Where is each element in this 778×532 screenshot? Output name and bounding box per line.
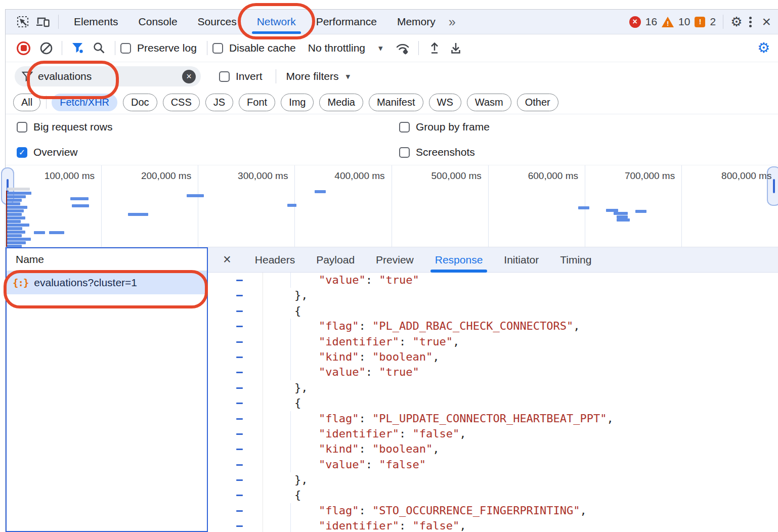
inspect-element-icon[interactable] xyxy=(13,12,33,32)
options-row-1: Big request rows Group by frame xyxy=(6,114,778,140)
screenshots-checkbox[interactable] xyxy=(399,147,410,158)
response-code-line: { xyxy=(208,487,778,503)
response-code-line: }, xyxy=(208,380,778,395)
more-filters-dropdown-arrow-icon[interactable]: ▾ xyxy=(345,71,350,82)
response-code-line: }, xyxy=(208,288,778,303)
overview-request-bar xyxy=(7,238,31,241)
filter-chip-fetch-xhr[interactable]: Fetch/XHR xyxy=(52,94,117,111)
screenshots-label: Screenshots xyxy=(416,146,475,158)
response-body-view[interactable]: "value": "true"},{"flag": "PL_ADD_RBAC_C… xyxy=(208,273,778,532)
network-conditions-icon[interactable] xyxy=(392,37,413,59)
tab-network[interactable]: Network xyxy=(247,10,306,34)
search-icon[interactable] xyxy=(89,37,110,59)
throttling-select[interactable]: No throttling xyxy=(308,42,365,54)
response-code-line: { xyxy=(208,395,778,411)
more-filters-button[interactable]: More filters xyxy=(286,70,339,82)
overview-gridline xyxy=(488,165,489,247)
overview-request-bar xyxy=(635,210,646,213)
clear-filter-icon[interactable]: × xyxy=(182,70,196,83)
invert-checkbox[interactable] xyxy=(219,71,230,82)
line-gutter-dash xyxy=(236,280,243,281)
filter-chip-wasm[interactable]: Wasm xyxy=(467,94,511,111)
indent-guide xyxy=(290,518,291,532)
code-text: "flag": "PL_ADD_RBAC_CHECK_CONNECTORS", xyxy=(319,319,580,334)
tab-console[interactable]: Console xyxy=(128,10,188,34)
filter-chip-font[interactable]: Font xyxy=(239,94,275,111)
filter-chip-media[interactable]: Media xyxy=(319,94,363,111)
overview-gridline xyxy=(681,165,682,247)
options-row-2: ✓ Overview Screenshots xyxy=(6,140,778,165)
overview-tick-label: 200,000 ms xyxy=(141,170,191,182)
tab-response[interactable]: Response xyxy=(424,247,494,272)
error-badge-icon[interactable]: × xyxy=(629,16,641,28)
name-column-header[interactable]: Name xyxy=(7,248,207,271)
tab-preview[interactable]: Preview xyxy=(365,247,424,272)
filter-chip-doc[interactable]: Doc xyxy=(123,94,157,111)
code-text: "value": "false" xyxy=(319,457,426,472)
network-filter-input[interactable]: evaluations xyxy=(38,70,182,82)
indent-guide xyxy=(290,319,291,334)
record-network-log-button[interactable] xyxy=(17,41,30,55)
tab-memory[interactable]: Memory xyxy=(387,10,446,34)
overview-checkbox[interactable]: ✓ xyxy=(17,147,27,158)
filter-chip-css[interactable]: CSS xyxy=(163,94,200,111)
overview-request-bar xyxy=(7,213,22,216)
code-text: { xyxy=(294,303,301,319)
overview-request-bar xyxy=(7,209,24,212)
group-by-frame-checkbox[interactable] xyxy=(399,122,410,132)
filter-chip-other[interactable]: Other xyxy=(517,94,558,111)
overview-gridline xyxy=(392,165,392,247)
warning-badge-icon[interactable]: ! xyxy=(662,17,674,27)
disable-cache-checkbox[interactable] xyxy=(212,43,223,54)
overview-request-bar xyxy=(7,220,21,223)
detail-tab-label: Preview xyxy=(376,254,414,266)
tab-performance[interactable]: Performance xyxy=(306,10,387,34)
group-by-frame-label: Group by frame xyxy=(416,121,490,133)
request-row[interactable]: {:}evaluations?cluster=1 xyxy=(7,271,207,294)
overview-request-bar xyxy=(7,195,26,198)
tab-sources[interactable]: Sources xyxy=(188,10,247,34)
tab-elements[interactable]: Elements xyxy=(64,10,128,34)
more-panels-chevron-icon[interactable]: » xyxy=(449,15,455,29)
overview-request-bar xyxy=(7,231,25,234)
device-toolbar-icon[interactable] xyxy=(33,12,53,32)
tab-initiator[interactable]: Initiator xyxy=(493,247,549,272)
network-panels: Name {:}evaluations?cluster=1 × HeadersP… xyxy=(6,247,778,532)
filter-funnel-icon[interactable] xyxy=(67,37,89,59)
filter-chip-manifest[interactable]: Manifest xyxy=(369,94,423,111)
preserve-log-checkbox[interactable] xyxy=(120,43,131,54)
code-text: "flag": "STO_OCCURRENCE_FINGERPRINTING", xyxy=(319,503,587,518)
close-devtools-icon[interactable]: × xyxy=(762,14,771,29)
overview-request-bar xyxy=(7,206,27,209)
kebab-menu-icon[interactable] xyxy=(749,21,752,23)
issues-badge-icon[interactable]: ! xyxy=(695,17,705,27)
network-filter-box[interactable]: evaluations × xyxy=(15,66,201,86)
code-text: "kind": "boolean", xyxy=(319,441,439,457)
import-har-icon[interactable] xyxy=(424,37,445,59)
response-code-line: "value": "true" xyxy=(208,273,778,288)
tab-payload[interactable]: Payload xyxy=(306,247,365,272)
settings-gear-icon[interactable]: ⚙ xyxy=(730,15,742,28)
big-request-rows-checkbox[interactable] xyxy=(17,122,27,132)
filter-chip-ws[interactable]: WS xyxy=(429,94,461,111)
overview-gridline xyxy=(101,165,102,247)
code-text: { xyxy=(294,395,301,411)
network-settings-gear-icon[interactable]: ⚙ xyxy=(757,41,770,55)
network-overview-timeline[interactable]: 100,000 ms200,000 ms300,000 ms400,000 ms… xyxy=(6,165,778,247)
filter-chip-img[interactable]: Img xyxy=(281,94,314,111)
filter-chip-all[interactable]: All xyxy=(13,94,40,111)
detail-tabs: HeadersPayloadPreviewResponseInitiatorTi… xyxy=(244,247,602,272)
clear-network-log-icon[interactable] xyxy=(35,37,57,59)
filter-chip-js[interactable]: JS xyxy=(205,94,233,111)
export-har-icon[interactable] xyxy=(445,37,466,59)
overview-request-bar xyxy=(7,216,25,219)
indent-guide xyxy=(290,503,291,518)
code-text: "flag": "PL_UPDATE_CONNECTOR_HEARTBEAT_P… xyxy=(319,411,614,426)
status-badges: × 16 ! 10 ! 2 xyxy=(629,16,716,28)
tab-timing[interactable]: Timing xyxy=(549,247,602,272)
close-detail-icon[interactable]: × xyxy=(223,253,231,267)
throttling-dropdown-arrow-icon[interactable]: ▾ xyxy=(378,43,383,54)
response-code-line: "kind": "boolean", xyxy=(208,441,778,457)
tab-label: Performance xyxy=(316,16,377,28)
tab-headers[interactable]: Headers xyxy=(244,247,306,272)
